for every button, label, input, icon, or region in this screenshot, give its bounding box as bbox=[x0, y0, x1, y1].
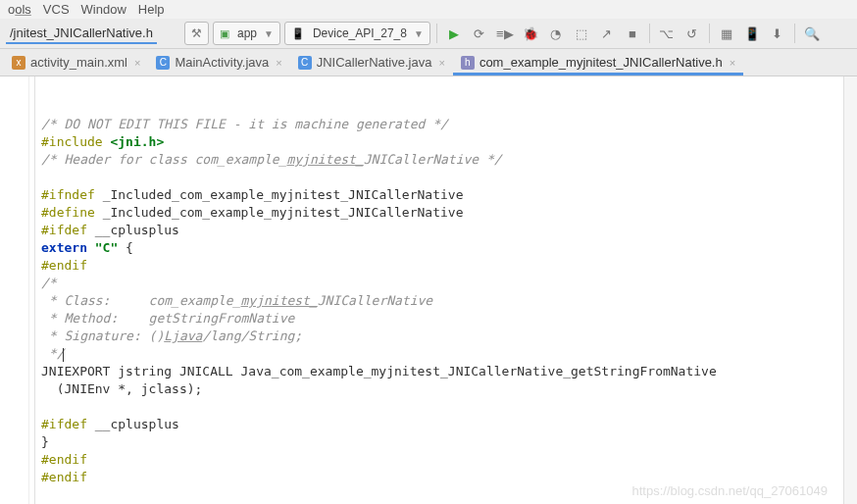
sync-icon[interactable]: ↺ bbox=[681, 23, 703, 44]
editor-gutter[interactable] bbox=[0, 76, 35, 504]
device-selector[interactable]: Device_API_27_8▼ bbox=[284, 22, 430, 45]
java-file-icon: C bbox=[298, 56, 312, 70]
close-icon[interactable]: × bbox=[134, 57, 140, 69]
run-config-selector[interactable]: app▼ bbox=[213, 22, 280, 45]
tab-jnicallernative-h[interactable]: h com_example_myjnitest_JNICallerNative.… bbox=[453, 51, 743, 76]
watermark: https://blog.csdn.net/qq_27061049 bbox=[632, 483, 829, 498]
sdk-manager-icon[interactable]: ⬇ bbox=[767, 23, 788, 44]
tab-label: MainActivity.java bbox=[175, 55, 269, 70]
coverage-icon[interactable]: ⬚ bbox=[571, 23, 592, 44]
dropdown-icon: ▼ bbox=[414, 28, 424, 39]
menu-help[interactable]: Help bbox=[138, 2, 165, 17]
text-caret bbox=[63, 348, 64, 362]
close-icon[interactable]: × bbox=[730, 57, 735, 69]
toolbar: /jnitest_JNICallerNative.h app▼ Device_A… bbox=[0, 19, 857, 49]
header-file-icon: h bbox=[461, 56, 475, 70]
code-area[interactable]: /* DO NOT EDIT THIS FILE - it is machine… bbox=[35, 76, 843, 504]
xml-file-icon: x bbox=[12, 56, 25, 70]
tab-activity-main-xml[interactable]: x activity_main.xml × bbox=[4, 51, 148, 76]
menu-tools[interactable]: ools bbox=[8, 2, 31, 17]
close-icon[interactable]: × bbox=[438, 57, 444, 69]
editor: /* DO NOT EDIT THIS FILE - it is machine… bbox=[0, 76, 857, 504]
menu-vcs[interactable]: VCS bbox=[43, 2, 70, 17]
build-button[interactable] bbox=[184, 22, 209, 45]
attach-icon[interactable]: ↗ bbox=[596, 23, 618, 44]
separator bbox=[649, 24, 650, 43]
tab-label: JNICallerNative.java bbox=[317, 55, 432, 70]
tab-jnicallernative-java[interactable]: C JNICallerNative.java × bbox=[290, 51, 453, 76]
editor-tabs: x activity_main.xml × C MainActivity.jav… bbox=[0, 49, 857, 76]
search-icon[interactable]: 🔍 bbox=[801, 23, 823, 44]
dropdown-icon: ▼ bbox=[264, 28, 274, 39]
tab-label: activity_main.xml bbox=[30, 55, 127, 70]
tab-label: com_example_myjnitest_JNICallerNative.h bbox=[479, 55, 723, 70]
git-icon[interactable]: ⌥ bbox=[656, 23, 678, 44]
tab-mainactivity-java[interactable]: C MainActivity.java × bbox=[148, 51, 289, 76]
layout-inspector-icon[interactable]: ▦ bbox=[716, 23, 737, 44]
java-file-icon: C bbox=[156, 56, 170, 70]
vertical-scrollbar[interactable] bbox=[843, 76, 857, 504]
run-icon[interactable]: ▶ bbox=[443, 23, 465, 44]
nav-breadcrumb-file[interactable]: /jnitest_JNICallerNative.h bbox=[6, 24, 157, 44]
close-icon[interactable]: × bbox=[276, 57, 281, 69]
apply-changes-icon[interactable]: ⟳ bbox=[469, 23, 490, 44]
profile-icon[interactable]: ◔ bbox=[545, 23, 567, 44]
menu-window[interactable]: Window bbox=[81, 2, 126, 17]
debug-icon[interactable]: 🐞 bbox=[520, 23, 541, 44]
separator bbox=[709, 24, 710, 43]
separator bbox=[436, 24, 437, 43]
stop-icon[interactable]: ■ bbox=[622, 23, 643, 44]
separator bbox=[794, 24, 795, 43]
run-arrow-icon[interactable]: ≡▶ bbox=[494, 23, 516, 44]
menu-bar: ools VCS Window Help bbox=[0, 0, 857, 19]
avd-manager-icon[interactable]: 📱 bbox=[741, 23, 763, 44]
